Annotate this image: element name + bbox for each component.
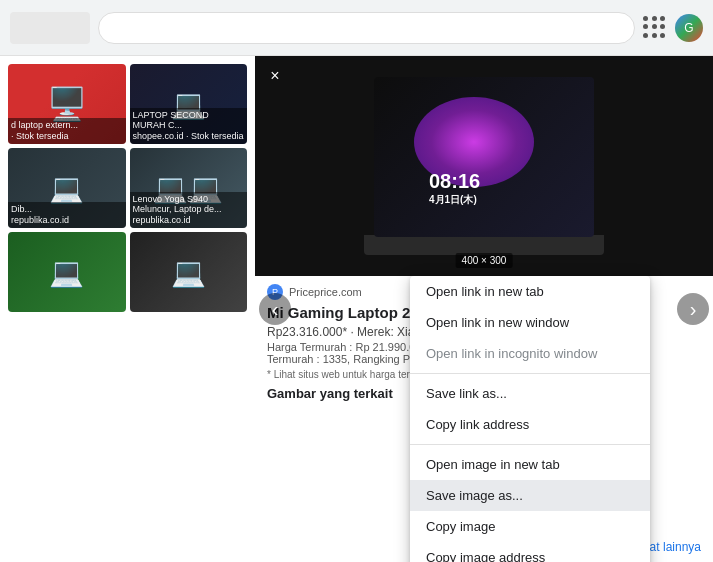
chrome-topbar: G	[0, 0, 713, 56]
laptop-base	[364, 235, 604, 255]
list-item[interactable]: LAPTOP SECOND MURAH C...shopee.co.id · S…	[130, 64, 248, 144]
thumb-label: d laptop extern...· Stok tersedia	[8, 118, 126, 144]
menu-item-open-incognito[interactable]: Open link in incognito window	[410, 338, 650, 369]
source-name: Priceprice.com	[289, 286, 362, 298]
nav-right-arrow[interactable]: ›	[677, 293, 709, 325]
left-sidebar: d laptop extern...· Stok tersedia LAPTOP…	[0, 56, 255, 562]
profile-icon[interactable]: G	[675, 14, 703, 42]
thumb-label: LAPTOP SECOND MURAH C...shopee.co.id · S…	[130, 108, 248, 144]
menu-item-label: Copy image	[426, 519, 495, 534]
menu-item-label: Open link in incognito window	[426, 346, 597, 361]
list-item[interactable]	[8, 232, 126, 312]
image-size-badge: 400 × 300	[456, 253, 513, 268]
menu-item-label: Copy link address	[426, 417, 529, 432]
context-menu: Open link in new tab Open link in new wi…	[410, 276, 650, 562]
close-button[interactable]: ×	[263, 64, 287, 88]
thumb-label: Dib...republika.co.id	[8, 202, 126, 228]
menu-item-copy-link[interactable]: Copy link address	[410, 409, 650, 440]
menu-divider-2	[410, 444, 650, 445]
list-item[interactable]: 💻 Lenovo Yoga S940 Meluncur, Laptop de..…	[130, 148, 248, 228]
time-display: 08:16 4月1日(木)	[429, 170, 480, 207]
menu-item-label: Open link in new window	[426, 315, 569, 330]
menu-item-open-image-tab[interactable]: Open image in new tab	[410, 449, 650, 480]
back-forward-buttons[interactable]	[10, 12, 90, 44]
thumb-label: Lenovo Yoga S940 Meluncur, Laptop de...r…	[130, 192, 248, 228]
main-area: d laptop extern...· Stok tersedia LAPTOP…	[0, 56, 713, 562]
google-apps-icon[interactable]	[643, 16, 667, 40]
menu-item-label: Save link as...	[426, 386, 507, 401]
menu-item-copy-image-address[interactable]: Copy image address	[410, 542, 650, 562]
nav-left-arrow[interactable]: ‹	[259, 293, 291, 325]
menu-item-label: Open image in new tab	[426, 457, 560, 472]
list-item[interactable]: Dib...republika.co.id	[8, 148, 126, 228]
address-bar[interactable]	[98, 12, 635, 44]
menu-item-open-new-window[interactable]: Open link in new window	[410, 307, 650, 338]
product-image: 08:16 4月1日(木) 400 × 300	[255, 56, 713, 276]
menu-item-label: Save image as...	[426, 488, 523, 503]
laptop-screen: 08:16 4月1日(木)	[374, 77, 594, 237]
menu-item-label: Copy image address	[426, 550, 545, 562]
menu-item-copy-image[interactable]: Copy image	[410, 511, 650, 542]
menu-item-save-image[interactable]: Save image as...	[410, 480, 650, 511]
menu-item-label: Open link in new tab	[426, 284, 544, 299]
list-item[interactable]: d laptop extern...· Stok tersedia	[8, 64, 126, 144]
list-item[interactable]	[130, 232, 248, 312]
menu-item-save-link[interactable]: Save link as...	[410, 378, 650, 409]
menu-divider-1	[410, 373, 650, 374]
menu-item-open-new-tab[interactable]: Open link in new tab	[410, 276, 650, 307]
